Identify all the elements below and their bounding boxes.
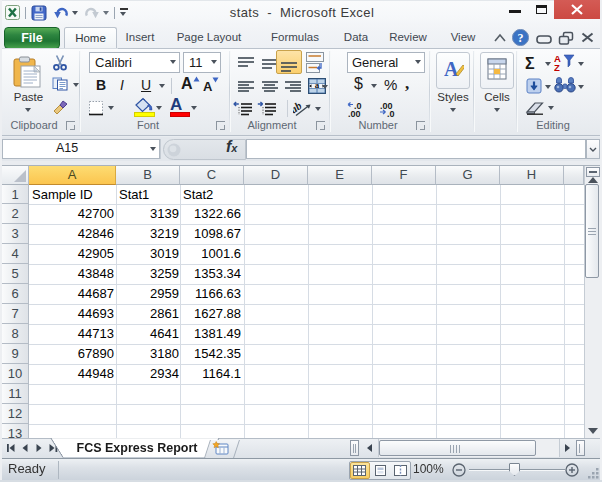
svg-text:a: a	[315, 80, 320, 90]
svg-text:?: ?	[518, 31, 524, 45]
svg-text:.0: .0	[387, 109, 395, 118]
svg-text:.00: .00	[348, 109, 361, 118]
svg-text:Z: Z	[554, 62, 560, 71]
svg-text:A: A	[444, 58, 459, 80]
